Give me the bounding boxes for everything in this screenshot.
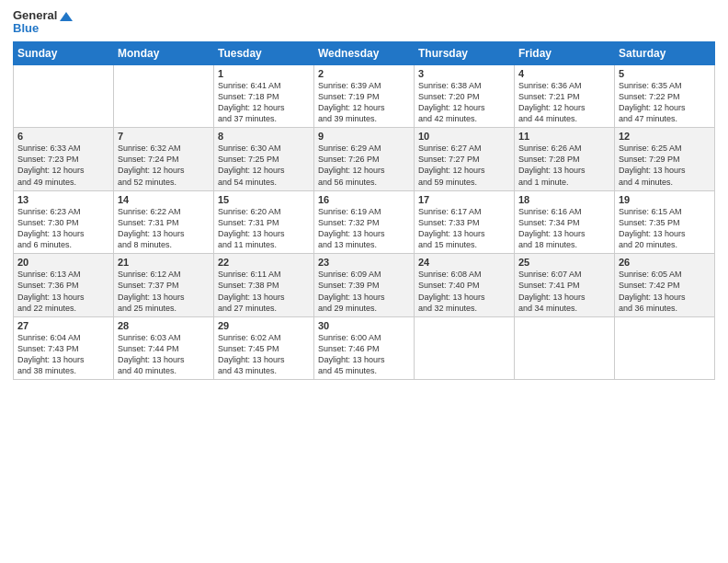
- day-info: Sunrise: 6:41 AM Sunset: 7:18 PM Dayligh…: [218, 80, 310, 125]
- day-number: 10: [418, 131, 510, 142]
- weekday-header-friday: Friday: [515, 41, 615, 64]
- calendar-cell: [14, 64, 114, 128]
- calendar-cell: 8Sunrise: 6:30 AM Sunset: 7:25 PM Daylig…: [214, 128, 314, 191]
- day-number: 24: [418, 257, 510, 268]
- day-number: 13: [17, 194, 109, 205]
- day-number: 5: [619, 68, 711, 79]
- calendar-cell: 26Sunrise: 6:05 AM Sunset: 7:42 PM Dayli…: [615, 254, 715, 317]
- calendar-week-1: 1Sunrise: 6:41 AM Sunset: 7:18 PM Daylig…: [14, 64, 715, 128]
- day-info: Sunrise: 6:07 AM Sunset: 7:41 PM Dayligh…: [518, 269, 610, 314]
- calendar-cell: 12Sunrise: 6:25 AM Sunset: 7:29 PM Dayli…: [615, 128, 715, 191]
- day-number: 19: [619, 194, 711, 205]
- logo: General Blue: [13, 9, 73, 36]
- weekday-header-thursday: Thursday: [415, 41, 515, 64]
- calendar-cell: 23Sunrise: 6:09 AM Sunset: 7:39 PM Dayli…: [314, 254, 415, 317]
- day-info: Sunrise: 6:09 AM Sunset: 7:39 PM Dayligh…: [318, 269, 410, 314]
- calendar-cell: 1Sunrise: 6:41 AM Sunset: 7:18 PM Daylig…: [214, 64, 314, 128]
- calendar-week-3: 13Sunrise: 6:23 AM Sunset: 7:30 PM Dayli…: [14, 190, 715, 254]
- logo-text: General Blue: [13, 9, 73, 36]
- day-info: Sunrise: 6:16 AM Sunset: 7:34 PM Dayligh…: [518, 206, 610, 251]
- calendar-cell: 20Sunrise: 6:13 AM Sunset: 7:36 PM Dayli…: [14, 254, 114, 317]
- day-info: Sunrise: 6:36 AM Sunset: 7:21 PM Dayligh…: [518, 80, 610, 125]
- calendar-cell: [415, 316, 515, 380]
- day-info: Sunrise: 6:35 AM Sunset: 7:22 PM Dayligh…: [619, 80, 711, 125]
- calendar-cell: [114, 64, 214, 128]
- calendar-cell: 27Sunrise: 6:04 AM Sunset: 7:43 PM Dayli…: [14, 316, 114, 380]
- calendar-cell: 7Sunrise: 6:32 AM Sunset: 7:24 PM Daylig…: [114, 128, 214, 191]
- weekday-header-saturday: Saturday: [615, 41, 715, 64]
- day-number: 8: [218, 131, 310, 142]
- calendar-cell: 10Sunrise: 6:27 AM Sunset: 7:27 PM Dayli…: [415, 128, 515, 191]
- day-info: Sunrise: 6:27 AM Sunset: 7:27 PM Dayligh…: [418, 143, 510, 188]
- calendar-cell: 5Sunrise: 6:35 AM Sunset: 7:22 PM Daylig…: [615, 64, 715, 128]
- day-number: 9: [318, 131, 410, 142]
- day-number: 22: [218, 257, 310, 268]
- day-number: 14: [118, 194, 210, 205]
- day-info: Sunrise: 6:17 AM Sunset: 7:33 PM Dayligh…: [418, 206, 510, 251]
- header: General Blue: [13, 9, 715, 36]
- day-info: Sunrise: 6:33 AM Sunset: 7:23 PM Dayligh…: [17, 143, 109, 188]
- weekday-header-monday: Monday: [114, 41, 214, 64]
- calendar-cell: 21Sunrise: 6:12 AM Sunset: 7:37 PM Dayli…: [114, 254, 214, 317]
- day-number: 2: [318, 68, 410, 79]
- day-info: Sunrise: 6:02 AM Sunset: 7:45 PM Dayligh…: [218, 332, 310, 377]
- calendar-cell: [615, 316, 715, 380]
- calendar-cell: 22Sunrise: 6:11 AM Sunset: 7:38 PM Dayli…: [214, 254, 314, 317]
- day-number: 26: [619, 257, 711, 268]
- day-info: Sunrise: 6:23 AM Sunset: 7:30 PM Dayligh…: [17, 206, 109, 251]
- calendar-cell: 24Sunrise: 6:08 AM Sunset: 7:40 PM Dayli…: [415, 254, 515, 317]
- day-number: 18: [518, 194, 610, 205]
- day-info: Sunrise: 6:38 AM Sunset: 7:20 PM Dayligh…: [418, 80, 510, 125]
- calendar-table: SundayMondayTuesdayWednesdayThursdayFrid…: [13, 41, 715, 381]
- day-info: Sunrise: 6:00 AM Sunset: 7:46 PM Dayligh…: [318, 332, 410, 377]
- day-number: 23: [318, 257, 410, 268]
- day-info: Sunrise: 6:12 AM Sunset: 7:37 PM Dayligh…: [118, 269, 210, 314]
- day-number: 12: [619, 131, 711, 142]
- calendar-week-2: 6Sunrise: 6:33 AM Sunset: 7:23 PM Daylig…: [14, 128, 715, 191]
- calendar-cell: 19Sunrise: 6:15 AM Sunset: 7:35 PM Dayli…: [615, 190, 715, 254]
- day-number: 30: [318, 320, 410, 331]
- calendar-cell: 18Sunrise: 6:16 AM Sunset: 7:34 PM Dayli…: [515, 190, 615, 254]
- day-number: 21: [118, 257, 210, 268]
- day-info: Sunrise: 6:19 AM Sunset: 7:32 PM Dayligh…: [318, 206, 410, 251]
- day-number: 6: [17, 131, 109, 142]
- day-number: 1: [218, 68, 310, 79]
- calendar-cell: 2Sunrise: 6:39 AM Sunset: 7:19 PM Daylig…: [314, 64, 415, 128]
- day-info: Sunrise: 6:20 AM Sunset: 7:31 PM Dayligh…: [218, 206, 310, 251]
- day-info: Sunrise: 6:13 AM Sunset: 7:36 PM Dayligh…: [17, 269, 109, 314]
- day-info: Sunrise: 6:05 AM Sunset: 7:42 PM Dayligh…: [619, 269, 711, 314]
- calendar-cell: 30Sunrise: 6:00 AM Sunset: 7:46 PM Dayli…: [314, 316, 415, 380]
- day-number: 11: [518, 131, 610, 142]
- calendar-cell: 11Sunrise: 6:26 AM Sunset: 7:28 PM Dayli…: [515, 128, 615, 191]
- calendar-cell: [515, 316, 615, 380]
- weekday-header-row: SundayMondayTuesdayWednesdayThursdayFrid…: [14, 41, 715, 64]
- calendar-week-4: 20Sunrise: 6:13 AM Sunset: 7:36 PM Dayli…: [14, 254, 715, 317]
- weekday-header-tuesday: Tuesday: [214, 41, 314, 64]
- calendar-cell: 15Sunrise: 6:20 AM Sunset: 7:31 PM Dayli…: [214, 190, 314, 254]
- calendar-week-5: 27Sunrise: 6:04 AM Sunset: 7:43 PM Dayli…: [14, 316, 715, 380]
- day-info: Sunrise: 6:22 AM Sunset: 7:31 PM Dayligh…: [118, 206, 210, 251]
- weekday-header-wednesday: Wednesday: [314, 41, 415, 64]
- calendar-cell: 6Sunrise: 6:33 AM Sunset: 7:23 PM Daylig…: [14, 128, 114, 191]
- calendar-cell: 3Sunrise: 6:38 AM Sunset: 7:20 PM Daylig…: [415, 64, 515, 128]
- day-number: 25: [518, 257, 610, 268]
- day-info: Sunrise: 6:15 AM Sunset: 7:35 PM Dayligh…: [619, 206, 711, 251]
- calendar-cell: 4Sunrise: 6:36 AM Sunset: 7:21 PM Daylig…: [515, 64, 615, 128]
- day-info: Sunrise: 6:39 AM Sunset: 7:19 PM Dayligh…: [318, 80, 410, 125]
- calendar-cell: 17Sunrise: 6:17 AM Sunset: 7:33 PM Dayli…: [415, 190, 515, 254]
- day-info: Sunrise: 6:32 AM Sunset: 7:24 PM Dayligh…: [118, 143, 210, 188]
- day-number: 16: [318, 194, 410, 205]
- page: General Blue SundayMondayTuesdayWednesda…: [0, 0, 728, 563]
- calendar-cell: 16Sunrise: 6:19 AM Sunset: 7:32 PM Dayli…: [314, 190, 415, 254]
- calendar-cell: 13Sunrise: 6:23 AM Sunset: 7:30 PM Dayli…: [14, 190, 114, 254]
- day-info: Sunrise: 6:26 AM Sunset: 7:28 PM Dayligh…: [518, 143, 610, 188]
- day-info: Sunrise: 6:03 AM Sunset: 7:44 PM Dayligh…: [118, 332, 210, 377]
- day-info: Sunrise: 6:11 AM Sunset: 7:38 PM Dayligh…: [218, 269, 310, 314]
- day-info: Sunrise: 6:08 AM Sunset: 7:40 PM Dayligh…: [418, 269, 510, 314]
- day-number: 28: [118, 320, 210, 331]
- day-number: 3: [418, 68, 510, 79]
- weekday-header-sunday: Sunday: [14, 41, 114, 64]
- calendar-cell: 25Sunrise: 6:07 AM Sunset: 7:41 PM Dayli…: [515, 254, 615, 317]
- calendar-cell: 28Sunrise: 6:03 AM Sunset: 7:44 PM Dayli…: [114, 316, 214, 380]
- day-number: 29: [218, 320, 310, 331]
